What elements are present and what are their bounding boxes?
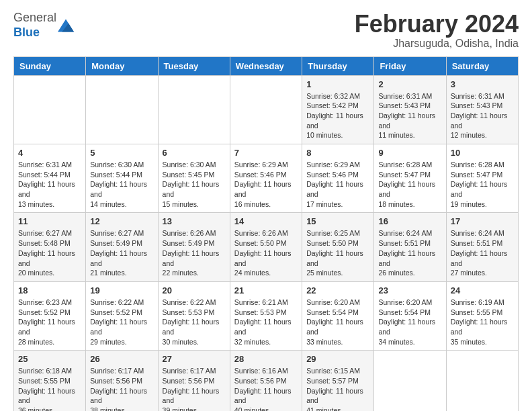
table-row bbox=[158, 75, 230, 144]
logo: General Blue bbox=[13, 11, 74, 40]
cell-info: Sunrise: 6:17 AMSunset: 5:56 PMDaylight:… bbox=[90, 366, 153, 411]
table-row: 3Sunrise: 6:31 AMSunset: 5:43 PMDaylight… bbox=[446, 75, 518, 144]
table-row: 26Sunrise: 6:17 AMSunset: 5:56 PMDayligh… bbox=[86, 351, 158, 411]
table-row: 23Sunrise: 6:20 AMSunset: 5:54 PMDayligh… bbox=[374, 281, 446, 350]
table-row: 19Sunrise: 6:22 AMSunset: 5:52 PMDayligh… bbox=[86, 281, 158, 350]
cell-info: Sunrise: 6:30 AMSunset: 5:44 PMDaylight:… bbox=[90, 160, 153, 209]
date-number: 9 bbox=[378, 148, 441, 158]
cell-info: Sunrise: 6:18 AMSunset: 5:55 PMDaylight:… bbox=[18, 366, 81, 411]
table-row bbox=[230, 75, 302, 144]
month-title: February 2024 bbox=[355, 11, 519, 38]
cell-info: Sunrise: 6:27 AMSunset: 5:49 PMDaylight:… bbox=[90, 228, 153, 277]
table-row: 17Sunrise: 6:24 AMSunset: 5:51 PMDayligh… bbox=[446, 213, 518, 281]
calendar-week-row: 18Sunrise: 6:23 AMSunset: 5:52 PMDayligh… bbox=[14, 281, 519, 350]
cell-info: Sunrise: 6:32 AMSunset: 5:42 PMDaylight:… bbox=[306, 91, 369, 140]
title-section: February 2024 Jharsuguda, Odisha, India bbox=[355, 11, 519, 50]
date-number: 8 bbox=[306, 148, 369, 158]
table-row: 6Sunrise: 6:30 AMSunset: 5:45 PMDaylight… bbox=[158, 144, 230, 213]
cell-info: Sunrise: 6:27 AMSunset: 5:48 PMDaylight:… bbox=[18, 228, 81, 277]
calendar-table: Sunday Monday Tuesday Wednesday Thursday… bbox=[13, 56, 519, 411]
table-row: 2Sunrise: 6:31 AMSunset: 5:43 PMDaylight… bbox=[374, 75, 446, 144]
cell-info: Sunrise: 6:19 AMSunset: 5:55 PMDaylight:… bbox=[451, 298, 514, 347]
date-number: 12 bbox=[90, 216, 153, 226]
table-row: 22Sunrise: 6:20 AMSunset: 5:54 PMDayligh… bbox=[302, 281, 374, 350]
cell-info: Sunrise: 6:20 AMSunset: 5:54 PMDaylight:… bbox=[306, 298, 369, 347]
table-row: 16Sunrise: 6:24 AMSunset: 5:51 PMDayligh… bbox=[374, 213, 446, 281]
calendar-week-row: 25Sunrise: 6:18 AMSunset: 5:55 PMDayligh… bbox=[14, 351, 519, 411]
col-sunday: Sunday bbox=[14, 56, 86, 75]
date-number: 26 bbox=[90, 354, 153, 364]
cell-info: Sunrise: 6:29 AMSunset: 5:46 PMDaylight:… bbox=[234, 160, 298, 209]
table-row: 5Sunrise: 6:30 AMSunset: 5:44 PMDaylight… bbox=[86, 144, 158, 213]
calendar-week-row: 11Sunrise: 6:27 AMSunset: 5:48 PMDayligh… bbox=[14, 213, 519, 281]
date-number: 7 bbox=[234, 148, 298, 158]
cell-info: Sunrise: 6:24 AMSunset: 5:51 PMDaylight:… bbox=[451, 228, 514, 277]
table-row: 9Sunrise: 6:28 AMSunset: 5:47 PMDaylight… bbox=[374, 144, 446, 213]
table-row bbox=[446, 351, 518, 411]
col-tuesday: Tuesday bbox=[158, 56, 230, 75]
table-row: 29Sunrise: 6:15 AMSunset: 5:57 PMDayligh… bbox=[302, 351, 374, 411]
date-number: 21 bbox=[234, 285, 298, 295]
calendar-header-row: Sunday Monday Tuesday Wednesday Thursday… bbox=[14, 56, 519, 75]
date-number: 2 bbox=[378, 79, 441, 89]
date-number: 28 bbox=[234, 354, 298, 364]
cell-info: Sunrise: 6:31 AMSunset: 5:43 PMDaylight:… bbox=[378, 91, 441, 140]
date-number: 23 bbox=[378, 285, 441, 295]
date-number: 20 bbox=[163, 285, 226, 295]
calendar-week-row: 1Sunrise: 6:32 AMSunset: 5:42 PMDaylight… bbox=[14, 75, 519, 144]
logo-general-text: General bbox=[13, 11, 56, 24]
date-number: 19 bbox=[90, 285, 153, 295]
date-number: 3 bbox=[451, 79, 514, 89]
date-number: 25 bbox=[18, 354, 81, 364]
table-row: 18Sunrise: 6:23 AMSunset: 5:52 PMDayligh… bbox=[14, 281, 86, 350]
cell-info: Sunrise: 6:21 AMSunset: 5:53 PMDaylight:… bbox=[234, 298, 298, 347]
col-saturday: Saturday bbox=[446, 56, 518, 75]
cell-info: Sunrise: 6:28 AMSunset: 5:47 PMDaylight:… bbox=[451, 160, 514, 209]
table-row: 15Sunrise: 6:25 AMSunset: 5:50 PMDayligh… bbox=[302, 213, 374, 281]
header: General Blue February 2024 Jharsuguda, O… bbox=[13, 11, 519, 50]
date-number: 18 bbox=[18, 285, 81, 295]
col-monday: Monday bbox=[86, 56, 158, 75]
cell-info: Sunrise: 6:16 AMSunset: 5:56 PMDaylight:… bbox=[234, 366, 298, 411]
table-row: 24Sunrise: 6:19 AMSunset: 5:55 PMDayligh… bbox=[446, 281, 518, 350]
cell-info: Sunrise: 6:28 AMSunset: 5:47 PMDaylight:… bbox=[378, 160, 441, 209]
table-row: 10Sunrise: 6:28 AMSunset: 5:47 PMDayligh… bbox=[446, 144, 518, 213]
table-row: 7Sunrise: 6:29 AMSunset: 5:46 PMDaylight… bbox=[230, 144, 302, 213]
logo-blue-text: Blue bbox=[13, 26, 40, 39]
table-row: 28Sunrise: 6:16 AMSunset: 5:56 PMDayligh… bbox=[230, 351, 302, 411]
table-row: 8Sunrise: 6:29 AMSunset: 5:46 PMDaylight… bbox=[302, 144, 374, 213]
table-row: 12Sunrise: 6:27 AMSunset: 5:49 PMDayligh… bbox=[86, 213, 158, 281]
col-friday: Friday bbox=[374, 56, 446, 75]
date-number: 27 bbox=[163, 354, 226, 364]
cell-info: Sunrise: 6:15 AMSunset: 5:57 PMDaylight:… bbox=[306, 366, 369, 411]
cell-info: Sunrise: 6:25 AMSunset: 5:50 PMDaylight:… bbox=[306, 228, 369, 277]
cell-info: Sunrise: 6:20 AMSunset: 5:54 PMDaylight:… bbox=[378, 298, 441, 347]
cell-info: Sunrise: 6:31 AMSunset: 5:44 PMDaylight:… bbox=[18, 160, 81, 209]
cell-info: Sunrise: 6:22 AMSunset: 5:53 PMDaylight:… bbox=[163, 298, 226, 347]
cell-info: Sunrise: 6:26 AMSunset: 5:50 PMDaylight:… bbox=[234, 228, 298, 277]
date-number: 16 bbox=[378, 216, 441, 226]
date-number: 10 bbox=[451, 148, 514, 158]
col-wednesday: Wednesday bbox=[230, 56, 302, 75]
date-number: 17 bbox=[451, 216, 514, 226]
table-row bbox=[374, 351, 446, 411]
table-row: 13Sunrise: 6:26 AMSunset: 5:49 PMDayligh… bbox=[158, 213, 230, 281]
date-number: 29 bbox=[306, 354, 369, 364]
date-number: 13 bbox=[163, 216, 226, 226]
cell-info: Sunrise: 6:22 AMSunset: 5:52 PMDaylight:… bbox=[90, 298, 153, 347]
cell-info: Sunrise: 6:17 AMSunset: 5:56 PMDaylight:… bbox=[163, 366, 226, 411]
date-number: 11 bbox=[18, 216, 81, 226]
table-row: 27Sunrise: 6:17 AMSunset: 5:56 PMDayligh… bbox=[158, 351, 230, 411]
cell-info: Sunrise: 6:30 AMSunset: 5:45 PMDaylight:… bbox=[163, 160, 226, 209]
table-row: 21Sunrise: 6:21 AMSunset: 5:53 PMDayligh… bbox=[230, 281, 302, 350]
date-number: 14 bbox=[234, 216, 298, 226]
date-number: 4 bbox=[18, 148, 81, 158]
cell-info: Sunrise: 6:24 AMSunset: 5:51 PMDaylight:… bbox=[378, 228, 441, 277]
location: Jharsuguda, Odisha, India bbox=[355, 38, 519, 50]
logo-icon bbox=[58, 19, 74, 32]
date-number: 6 bbox=[163, 148, 226, 158]
date-number: 24 bbox=[451, 285, 514, 295]
table-row: 11Sunrise: 6:27 AMSunset: 5:48 PMDayligh… bbox=[14, 213, 86, 281]
table-row: 20Sunrise: 6:22 AMSunset: 5:53 PMDayligh… bbox=[158, 281, 230, 350]
table-row bbox=[14, 75, 86, 144]
